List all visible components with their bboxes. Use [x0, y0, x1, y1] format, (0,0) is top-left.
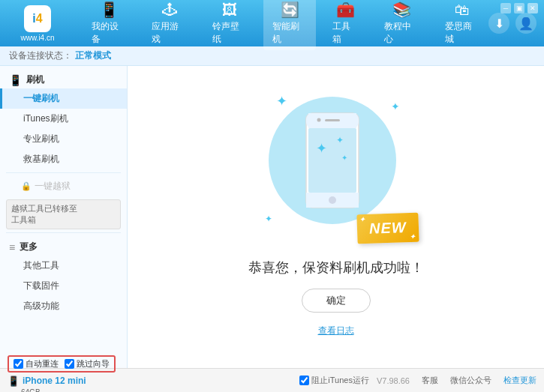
nav-apps-label: 应用游戏	[152, 20, 186, 46]
jailbreak-notice-text: 越狱工具已转移至工具箱	[11, 203, 77, 226]
header-right: ⬇ 👤	[488, 13, 536, 34]
jailbreak-label: 一键越狱	[35, 180, 71, 193]
lock-icon: 🔒	[21, 181, 32, 191]
phone-svg: ✦ ✦ ✦	[302, 112, 362, 209]
maximize-btn[interactable]: ▣	[514, 3, 524, 13]
minimize-btn[interactable]: ─	[500, 3, 511, 13]
auto-restart-label: 自动重连	[26, 358, 59, 370]
confirm-button[interactable]: 确定	[302, 289, 371, 313]
itunes-status-label: 阻止iTunes运行	[311, 375, 369, 386]
main-area: 📱 刷机 一键刷机 iTunes刷机 专业刷机 救基刷机 🔒 一键越狱 越狱工具…	[0, 66, 544, 368]
header: i4 www.i4.cn 📱 我的设备 🕹 应用游戏 🖼 铃声壁纸 🔄 智能刷机	[0, 0, 544, 46]
nav-smart-flash-label: 智能刷机	[272, 20, 307, 46]
more-section-icon: ≡	[9, 241, 15, 253]
skip-wizard-input[interactable]	[65, 359, 74, 369]
sidebar-section-flash: 📱 刷机	[0, 69, 127, 88]
device-storage: 64GB	[21, 388, 41, 393]
sparkle-bottom-left: ✦	[265, 214, 272, 224]
sidebar-item-download-firmware[interactable]: 下载固件	[0, 276, 127, 296]
sidebar-section-more: ≡ 更多	[0, 236, 127, 256]
footer-left-section: 自动重连 跳过向导 📱 iPhone 12 mini 64GB	[8, 355, 116, 393]
sidebar-divider-2	[6, 232, 121, 233]
nav-wallpaper-label: 铃声壁纸	[212, 20, 247, 46]
user-btn[interactable]: 👤	[515, 13, 536, 34]
close-btn[interactable]: ✕	[527, 3, 538, 13]
sparkle-top-right: ✦	[391, 100, 400, 112]
footer-right: V7.98.66 客服 微信公众号 检查更新	[377, 375, 536, 386]
device-icon: 📱	[100, 1, 119, 19]
sidebar-item-advanced[interactable]: 高级功能	[0, 296, 127, 316]
skip-wizard-label: 跳过向导	[77, 358, 110, 370]
success-message: 恭喜您，保资料刷机成功啦！	[248, 259, 424, 277]
phone-circle: ✦ ✦ ✦	[269, 97, 396, 224]
sidebar-item-other-tools[interactable]: 其他工具	[0, 256, 127, 276]
nav-store[interactable]: 🛍 爱思商城	[436, 0, 488, 50]
device-name: iPhone 12 mini	[23, 376, 86, 386]
restart-link[interactable]: 查看日志	[318, 325, 354, 337]
nav-tutorial[interactable]: 📚 教程中心	[375, 0, 428, 50]
svg-point-9	[317, 118, 320, 122]
nav-tutorial-label: 教程中心	[384, 20, 419, 46]
jailbreak-notice: 越狱工具已转移至工具箱	[6, 199, 121, 229]
flash-section-icon: 📱	[9, 74, 22, 86]
window-controls: ─ ▣ ✕	[500, 3, 538, 13]
sidebar-item-baseband-flash[interactable]: 救基刷机	[0, 149, 127, 169]
svg-text:✦: ✦	[316, 141, 327, 156]
store-icon: 🛍	[455, 1, 470, 19]
itunes-status[interactable]: 阻止iTunes运行	[299, 375, 369, 386]
sidebar-jailbreak-disabled: 🔒 一键越狱	[0, 176, 127, 196]
svg-rect-8	[325, 119, 340, 121]
device-icon: 📱	[8, 376, 20, 387]
wechat-link[interactable]: 微信公众号	[450, 375, 491, 386]
toolbox-icon: 🧰	[336, 1, 355, 19]
phone-graphic: ✦ ✦ ✦ ✦ ✦ ✦ ✦ NEW ✦	[261, 97, 411, 247]
sidebar-item-one-key-flash[interactable]: 一键刷机	[0, 88, 127, 109]
skip-wizard-checkbox[interactable]: 跳过向导	[65, 358, 110, 370]
nav-bar: 📱 我的设备 🕹 应用游戏 🖼 铃声壁纸 🔄 智能刷机 🧰 工具箱 📚	[83, 0, 488, 50]
nav-my-device[interactable]: 📱 我的设备	[83, 0, 135, 50]
tutorial-icon: 📚	[392, 1, 411, 19]
itunes-checkbox[interactable]	[299, 376, 309, 385]
flash-section-label: 刷机	[26, 73, 44, 86]
nav-my-device-label: 我的设备	[92, 20, 126, 46]
footer: 自动重连 跳过向导 📱 iPhone 12 mini 64GB	[0, 368, 544, 392]
connection-status: 正常模式	[75, 49, 111, 62]
svg-point-7	[329, 196, 336, 204]
auto-restart-input[interactable]	[14, 359, 23, 369]
device-details: 64GB	[8, 388, 116, 393]
device-name-text: iPhone 12 mini	[23, 376, 86, 386]
nav-apps[interactable]: 🕹 应用游戏	[143, 0, 195, 50]
logo-text: www.i4.cn	[20, 34, 54, 42]
smart-flash-icon: 🔄	[281, 1, 299, 19]
check-update-link[interactable]: 检查更新	[503, 375, 536, 386]
customer-service-link[interactable]: 客服	[422, 375, 438, 386]
more-section-label: 更多	[20, 241, 38, 253]
svg-rect-6	[308, 128, 356, 193]
auto-restart-checkbox[interactable]: 自动重连	[14, 358, 59, 370]
svg-text:✦: ✦	[336, 135, 344, 145]
connection-label: 设备连接状态：	[9, 49, 72, 62]
success-area: ✦ ✦ ✦ ✦ ✦ ✦ ✦ NEW ✦	[248, 97, 424, 337]
download-btn[interactable]: ⬇	[488, 13, 509, 34]
nav-toolbox[interactable]: 🧰 工具箱	[323, 0, 368, 50]
new-badge: ✦ NEW ✦	[356, 213, 419, 244]
logo-icon: i4	[24, 5, 51, 32]
apps-icon: 🕹	[162, 1, 177, 19]
nav-wallpaper[interactable]: 🖼 铃声壁纸	[203, 0, 256, 50]
content-area: ✦ ✦ ✦ ✦ ✦ ✦ ✦ NEW ✦	[128, 66, 544, 368]
checkboxes-highlight: 自动重连 跳过向导	[8, 355, 116, 373]
nav-store-label: 爱思商城	[445, 20, 479, 46]
svg-text:✦: ✦	[341, 154, 347, 162]
new-badge-text: NEW	[368, 219, 406, 237]
wallpaper-icon: 🖼	[222, 1, 237, 19]
sparkle-top-left: ✦	[276, 93, 287, 109]
sidebar: 📱 刷机 一键刷机 iTunes刷机 专业刷机 救基刷机 🔒 一键越狱 越狱工具…	[0, 66, 128, 368]
sidebar-item-itunes-flash[interactable]: iTunes刷机	[0, 109, 127, 129]
nav-smart-flash[interactable]: 🔄 智能刷机	[263, 0, 316, 50]
logo-area: i4 www.i4.cn	[8, 5, 68, 42]
device-info-row: 📱 iPhone 12 mini	[8, 376, 116, 387]
nav-toolbox-label: 工具箱	[332, 20, 359, 46]
version-label: V7.98.66	[377, 376, 410, 385]
sidebar-item-pro-flash[interactable]: 专业刷机	[0, 129, 127, 149]
sidebar-divider-1	[6, 172, 121, 173]
